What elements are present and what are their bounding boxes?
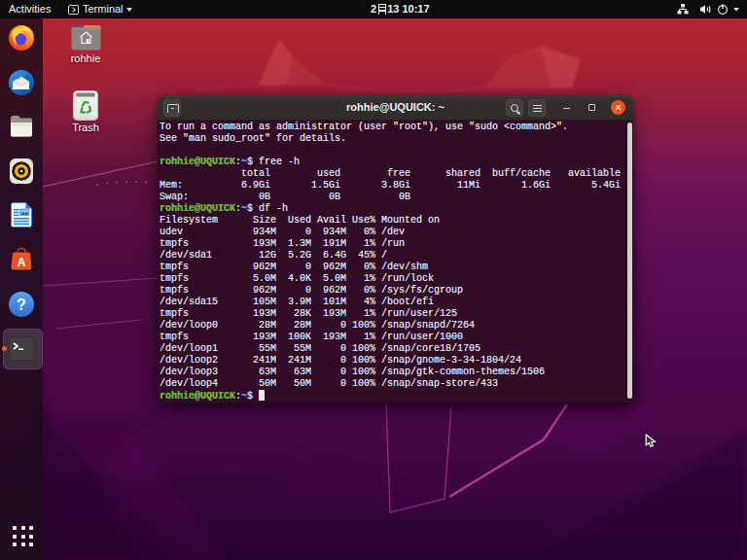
svg-text:A: A — [18, 256, 26, 269]
svg-text:?: ? — [17, 297, 26, 313]
